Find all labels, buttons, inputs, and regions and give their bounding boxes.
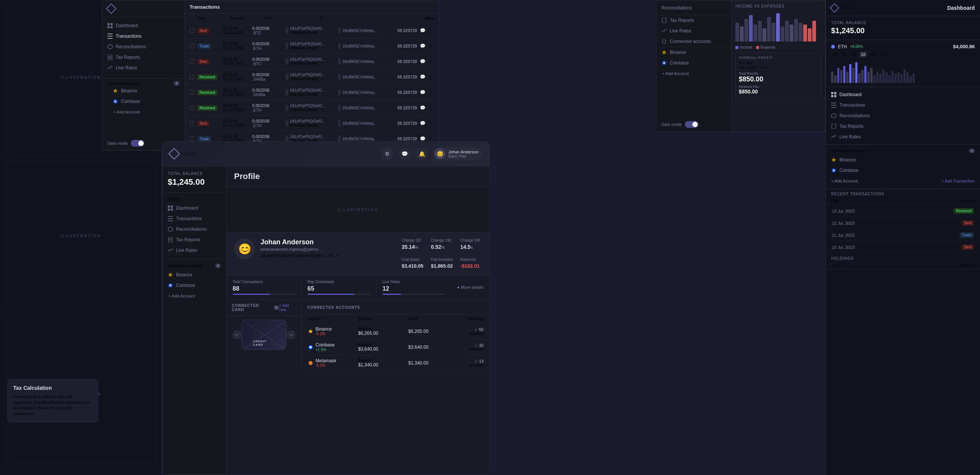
svg-rect-30: [168, 216, 173, 217]
tab-1y[interactable]: 1y: [879, 52, 886, 57]
tx-checkbox-3[interactable]: [189, 75, 194, 79]
svg-marker-36: [168, 273, 173, 277]
sidebar-binance[interactable]: Binance: [162, 269, 226, 280]
tx-more-icon-7[interactable]: ⋮: [429, 136, 434, 141]
copy-wallet-btn[interactable]: ⧉: [329, 253, 333, 258]
nav-coinbase[interactable]: Coinbase: [107, 96, 180, 107]
fr-nav-tax-reports[interactable]: Tax Reports: [826, 121, 980, 132]
fr-nav-reconciliations[interactable]: Reconciliations: [826, 110, 980, 121]
dark-mode-toggle-back[interactable]: [131, 140, 144, 147]
tx-more-icon-6[interactable]: ⋮: [429, 121, 434, 126]
rp-connected-accounts[interactable]: Connected accounts: [656, 36, 731, 47]
tx-more-icon-5[interactable]: ⋮: [429, 105, 434, 110]
fr-holdings-label: HOLDINGS: [826, 253, 980, 262]
tx-more-icon-1[interactable]: ⋮: [429, 43, 434, 49]
svg-rect-52: [831, 105, 837, 105]
tx-more-icon-4[interactable]: ⋮: [429, 90, 434, 95]
nav-live-rates[interactable]: Live Rates: [102, 62, 185, 73]
fr-recent-tx-label: RECENT TRANSACTIONS: [826, 189, 980, 198]
tab-1m[interactable]: 1m: [869, 52, 878, 57]
rp-dark-mode-toggle[interactable]: [685, 121, 698, 128]
profile-user-name: Johan Anderson: [261, 238, 396, 246]
account-row-binance: Binance -5.1% Balance $6,265.00 $6,265.0…: [302, 324, 490, 339]
sidebar-tax-reports[interactable]: Tax Reports: [162, 234, 226, 245]
sidebar-transactions[interactable]: Transactions: [162, 214, 226, 224]
add-account-sidebar-btn[interactable]: + Add Account: [162, 291, 226, 301]
add-account-btn-back[interactable]: + Add Account: [107, 107, 180, 117]
nav-tax-reports[interactable]: Tax Reports: [102, 52, 185, 62]
rp-add-account[interactable]: + Add Account: [656, 68, 731, 79]
total-transactions-stat: Total Transactions 88: [226, 275, 302, 299]
tab-2h[interactable]: 2h: [840, 52, 848, 57]
svg-rect-26: [168, 206, 170, 208]
nav-binance[interactable]: Binance: [107, 86, 180, 96]
tx-checkbox-5[interactable]: [189, 105, 194, 110]
svg-rect-48: [834, 92, 837, 94]
rp-live-rates[interactable]: Live Rates: [656, 26, 731, 36]
chat-btn[interactable]: 💬: [398, 148, 410, 160]
user-chip[interactable]: 😊 Johan Anderson Basic Plan: [433, 147, 482, 161]
tx-type-badge: Trade: [197, 43, 212, 49]
tx-type-badge: Received: [197, 90, 218, 96]
rp-tax-reports[interactable]: Tax Reports: [656, 15, 731, 26]
tx-comment-icon-7[interactable]: 💬: [420, 136, 426, 141]
rp-coinbase[interactable]: Coinbase: [656, 58, 731, 68]
svg-marker-55: [832, 158, 836, 162]
tx-checkbox-6[interactable]: [189, 121, 194, 126]
tx-comment-icon-6[interactable]: 💬: [420, 121, 426, 126]
time-tabs: 1h 2h 8h 1d 1m 1y: [831, 52, 975, 57]
nav-reconciliations[interactable]: Reconciliations: [102, 41, 185, 52]
logo-area: LOGO: [170, 150, 196, 158]
tx-more-icon-0[interactable]: ⋮: [429, 28, 434, 33]
tx-comment-icon-4[interactable]: 💬: [420, 90, 426, 95]
external-wallet-btn[interactable]: ↗: [335, 253, 339, 258]
sidebar-coinbase[interactable]: Coinbase: [162, 280, 226, 291]
tx-comment-icon-3[interactable]: 💬: [420, 74, 426, 80]
tab-1h[interactable]: 1h: [831, 52, 838, 57]
fr-binance[interactable]: Binance: [826, 155, 980, 165]
tx-comment-icon-5[interactable]: 💬: [420, 105, 426, 110]
svg-rect-16: [109, 57, 111, 58]
header-icons: ⚙ 💬 🔔 😊 Johan Anderson Basic Plan: [381, 147, 482, 161]
fr-connected-accounts: Connected accounts 2 Binance Coinbase + …: [826, 145, 980, 189]
bell-btn[interactable]: 🔔: [416, 148, 428, 160]
tx-checkbox-2[interactable]: [189, 59, 194, 64]
fr-coinbase[interactable]: Coinbase: [826, 165, 980, 176]
tx-checkbox-1[interactable]: [189, 44, 194, 48]
fr-add-transaction-btn[interactable]: + Add Transaction: [942, 177, 975, 185]
tab-1d[interactable]: 1d: [859, 52, 867, 57]
profit-date-range: Jan 1, 2023 - Jul 14,: [739, 65, 818, 69]
fr-nav-transactions[interactable]: Transactions: [826, 100, 980, 110]
tx-comment-icon-2[interactable]: 💬: [420, 59, 426, 64]
sidebar-dashboard[interactable]: Dashboard: [162, 203, 226, 214]
svg-point-38: [169, 284, 172, 287]
nav-dashboard[interactable]: Dashboard: [102, 20, 185, 31]
next-card-btn[interactable]: →: [286, 330, 296, 339]
tx-comment-icon-1[interactable]: 💬: [420, 43, 426, 49]
tx-checkbox-0[interactable]: [189, 28, 194, 33]
add-new-card-btn[interactable]: + Add new: [279, 303, 296, 312]
profile-panel-header: LOGO ⚙ 💬 🔔 😊 Johan Anderson Basic Plan: [162, 142, 490, 166]
user-plan: Basic Plan: [448, 154, 478, 158]
stat-change-1m: Change 1M: 14.5s: [460, 238, 482, 250]
sidebar-reconciliations[interactable]: Reconciliations: [162, 224, 226, 234]
tab-8h[interactable]: 8h: [850, 52, 857, 57]
prev-card-btn[interactable]: ←: [232, 330, 242, 339]
tx-more-icon-3[interactable]: ⋮: [429, 74, 434, 80]
fr-add-account-btn[interactable]: + Add Account: [831, 177, 858, 185]
rp-binance[interactable]: Binance: [656, 47, 731, 58]
fr-nav-live-rates[interactable]: Live Rates: [826, 132, 980, 142]
nav-transactions[interactable]: Transactions: [102, 31, 185, 41]
tx-checkbox-7[interactable]: [189, 137, 194, 141]
fr-nav-dashboard[interactable]: Dashboard: [826, 89, 980, 100]
live-rates-stat: Live Rates 12: [377, 275, 451, 299]
rep-downloads-stat: Rep Downloads 65: [302, 275, 377, 299]
sidebar-live-rates[interactable]: Live Rates: [162, 245, 226, 256]
settings-btn[interactable]: ⚙: [381, 148, 393, 160]
back-tx-row-1: Trade 02:21:2813 Jul, 2023 0.002036.ETH …: [185, 38, 439, 54]
tx-comment-icon-0[interactable]: 💬: [420, 28, 426, 33]
more-details-btn[interactable]: ● More details: [451, 275, 490, 299]
tx-more-icon-2[interactable]: ⋮: [429, 59, 434, 64]
realized-pnl-value: $850.00: [739, 89, 818, 95]
tx-checkbox-4[interactable]: [189, 90, 194, 95]
